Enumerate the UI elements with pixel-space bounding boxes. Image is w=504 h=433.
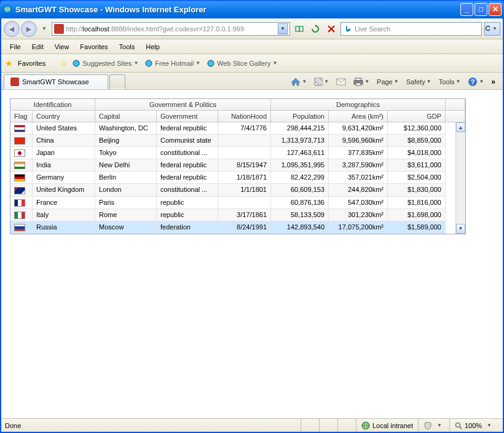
table-row[interactable]: FranceParisrepublic60,876,136547,030km²$… — [10, 197, 465, 209]
menu-edit[interactable]: Edit — [27, 41, 49, 52]
address-bar[interactable]: http://localhost:8888/index.html?gwt.cod… — [52, 22, 290, 36]
cell-country: Japan — [33, 147, 95, 159]
scroll-down-button[interactable]: ▼ — [456, 224, 465, 234]
column-group-header[interactable]: Demographics — [271, 99, 446, 111]
print-button[interactable]: ▼ — [351, 76, 372, 87]
protected-mode[interactable]: ▼ — [418, 419, 449, 432]
zoom-control[interactable]: 100% ▼ — [449, 419, 499, 432]
cell-population: 1,095,351,995 — [271, 159, 329, 172]
cell-gdp: $1,698,000 — [388, 209, 446, 221]
table-row[interactable]: RussiaMoscowfederation8/24/1991142,893,5… — [10, 221, 465, 234]
maximize-button[interactable]: □ — [474, 3, 487, 16]
refresh-button[interactable] — [309, 22, 322, 36]
search-placeholder: Live Search — [355, 25, 390, 33]
favorites-label[interactable]: Favorites — [18, 60, 45, 67]
minimize-button[interactable]: _ — [460, 3, 473, 16]
tab-icon — [10, 77, 19, 86]
cell-gdp: $4,018,000 — [388, 147, 446, 159]
cell-gdp: $1,830,000 — [388, 184, 446, 196]
cell-nationhood — [218, 197, 271, 209]
close-button[interactable]: ✕ — [489, 3, 502, 16]
menu-file[interactable]: File — [5, 41, 26, 52]
grid-scrollbar[interactable]: ▲ ▼ — [455, 122, 465, 234]
table-row[interactable]: ChinaBeijingCommunist state1,313,973,713… — [10, 135, 465, 147]
forward-button[interactable]: ► — [21, 21, 37, 37]
read-mail-button[interactable] — [334, 77, 348, 87]
back-button[interactable]: ◄ — [4, 21, 20, 37]
flag-icon — [14, 149, 25, 157]
safety-menu[interactable]: Safety▼ — [404, 77, 434, 87]
browser-tab[interactable]: SmartGWT Showcase — [4, 74, 108, 89]
table-row[interactable]: ItalyRomerepublic3/17/186158,133,509301,… — [10, 209, 465, 221]
toolbar-overflow[interactable]: » — [489, 77, 498, 86]
tools-menu[interactable]: Tools▼ — [436, 77, 463, 87]
cell-flag — [10, 209, 33, 221]
new-tab-button[interactable] — [109, 74, 125, 89]
cell-country: Germany — [33, 172, 95, 184]
cell-government: federation — [157, 221, 218, 234]
column-header-capital[interactable]: Capital — [95, 111, 157, 122]
menu-favorites[interactable]: Favorites — [75, 41, 112, 52]
cell-government: federal republic — [157, 159, 218, 172]
menu-tools[interactable]: Tools — [114, 41, 140, 52]
svg-point-8 — [316, 82, 318, 84]
cell-country: India — [33, 159, 95, 172]
search-box[interactable]: Live Search — [341, 22, 482, 36]
page-content: IdentificationGovernment & PoliticsDemog… — [1, 90, 503, 418]
svg-point-3 — [486, 26, 490, 30]
favorite-link[interactable]: Suggested Sites▼ — [72, 59, 138, 68]
page-menu[interactable]: Page▼ — [374, 77, 401, 87]
column-header-population[interactable]: Population — [271, 111, 329, 122]
cell-flag — [10, 172, 33, 184]
table-row[interactable]: United StatesWashington, DCfederal repub… — [10, 122, 465, 135]
table-row[interactable]: IndiaNew Delhifederal republic8/15/19471… — [10, 159, 465, 172]
cell-nationhood — [218, 147, 271, 159]
cell-nationhood: 1/1/1801 — [218, 184, 271, 196]
flag-icon — [14, 125, 25, 132]
cell-flag — [10, 159, 33, 172]
flag-icon — [14, 174, 25, 181]
shield-icon — [423, 421, 432, 430]
favorite-link[interactable]: Web Slice Gallery▼ — [207, 59, 277, 68]
status-bar: Done Local intranet ▼ 100% ▼ — [1, 418, 503, 432]
table-row[interactable]: United KingdomLondonconstitutional ...1/… — [10, 184, 465, 196]
status-text: Done — [5, 422, 21, 429]
cell-nationhood: 3/17/1861 — [218, 209, 271, 221]
search-button[interactable]: ▼ — [484, 22, 500, 36]
favorites-star-icon[interactable]: ★ — [5, 58, 13, 68]
svg-rect-2 — [299, 26, 300, 31]
cell-flag — [10, 122, 33, 135]
nav-history-dropdown[interactable]: ▼ — [42, 26, 47, 31]
help-button[interactable]: ?▼ — [465, 76, 486, 88]
stop-button[interactable] — [325, 22, 338, 36]
cell-population: 142,893,540 — [271, 221, 329, 234]
add-favorite-icon[interactable]: ☆ — [60, 59, 67, 68]
feeds-button[interactable]: ▼ — [312, 76, 331, 87]
address-dropdown[interactable]: ▼ — [278, 23, 288, 34]
svg-point-5 — [146, 60, 152, 66]
column-header-country[interactable]: Country — [33, 111, 95, 122]
column-header-gdp[interactable]: GDP — [388, 111, 446, 122]
column-header-government[interactable]: Government — [157, 111, 218, 122]
window-title: SmartGWT Showcase - Windows Internet Exp… — [15, 5, 460, 14]
column-header-area[interactable]: Area (km²) — [329, 111, 388, 122]
cell-country: China — [33, 135, 95, 147]
intranet-icon — [361, 421, 370, 430]
column-group-header[interactable]: Government & Politics — [95, 99, 271, 111]
home-button[interactable]: ▼ — [288, 76, 309, 87]
cell-area: 9,596,960km² — [329, 135, 388, 147]
scroll-up-button[interactable]: ▲ — [456, 122, 465, 132]
table-row[interactable]: GermanyBerlinfederal republic1/18/187182… — [10, 172, 465, 184]
table-row[interactable]: JapanTokyoconstitutional ...127,463,6113… — [10, 147, 465, 159]
favorite-link[interactable]: Free Hotmail▼ — [144, 59, 200, 68]
column-header-flag[interactable]: Flag — [10, 111, 33, 122]
cell-government: republic — [157, 197, 218, 209]
column-header-nationhood[interactable]: NationHood — [218, 111, 271, 122]
menu-help[interactable]: Help — [141, 41, 165, 52]
compat-view-button[interactable] — [293, 22, 306, 36]
cell-nationhood: 1/18/1871 — [218, 172, 271, 184]
cell-gdp: $3,611,000 — [388, 159, 446, 172]
column-group-header[interactable]: Identification — [10, 99, 95, 111]
menu-view[interactable]: View — [50, 41, 74, 52]
menu-bar: FileEditViewFavoritesToolsHelp — [1, 39, 503, 54]
